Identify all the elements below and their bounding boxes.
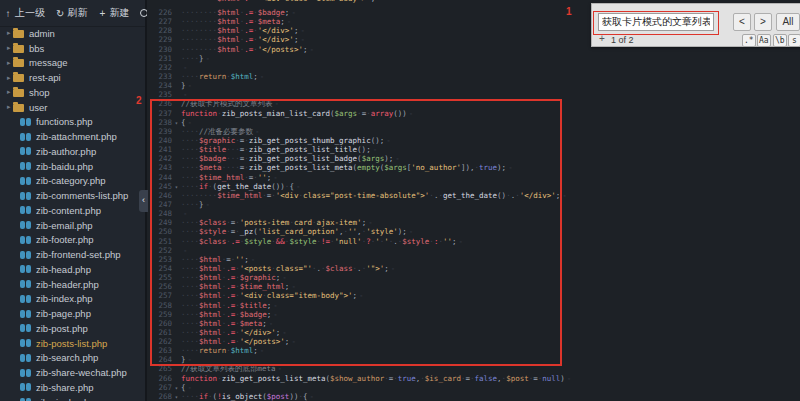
code-line-text: ····if·(!is_object($post))·{-	[181, 392, 800, 401]
code-line[interactable]: 242····$badge···=·zib_get_posts_list_bad…	[147, 154, 800, 163]
line-number: 243	[147, 163, 172, 172]
file-item-zib-footer.php[interactable]: zib-footer.php	[0, 233, 143, 248]
search-option-b[interactable]: \b	[773, 34, 787, 47]
fold-arrow-icon[interactable]: ▾	[172, 118, 181, 127]
search-expand-toggle[interactable]: +	[599, 33, 605, 44]
code-line[interactable]: 240····$graphic·=·zib_get_posts_thumb_gr…	[147, 136, 800, 145]
search-option-s[interactable]: s	[788, 34, 800, 47]
code-line[interactable]: 264}-	[147, 355, 800, 364]
code-line[interactable]: 236//获取卡片模式的文章列表-	[147, 99, 800, 108]
file-item-zib-category.php[interactable]: zib-category.php	[0, 174, 143, 189]
code-line[interactable]: 245▾····if·(get_the_date())·{-	[147, 182, 800, 191]
folder-item-rest-api[interactable]: ▸rest-api	[0, 70, 143, 85]
code-line[interactable]: 253····$html·=·'';-	[147, 255, 800, 264]
file-item-zib-comments-list.php[interactable]: zib-comments-list.php	[0, 188, 143, 203]
file-item-zib-page.php[interactable]: zib-page.php	[0, 306, 143, 321]
folder-item-bbs[interactable]: ▸bbs	[0, 41, 143, 56]
code-line[interactable]: 252-	[147, 246, 800, 255]
file-item-zib-header.php[interactable]: zib-header.php	[0, 277, 143, 292]
code-line-text: ····$class·=·'posts-item·card·ajax-item'…	[181, 218, 800, 227]
code-line[interactable]: 261····$html·.=·'</div>';-	[147, 328, 800, 337]
code-line[interactable]: 260····$html·.=·$meta;-	[147, 319, 800, 328]
file-item-zib-share.php[interactable]: zib-share.php	[0, 380, 143, 395]
search-next-button[interactable]: >	[754, 13, 772, 31]
fold-arrow-icon	[172, 264, 181, 273]
fold-arrow-icon	[172, 227, 181, 236]
search-option-Aa[interactable]: Aa	[757, 34, 771, 47]
code-line[interactable]: 244····$time_html·=·'';-	[147, 173, 800, 182]
file-item-zib-single.php[interactable]: zib-single.php	[0, 395, 143, 401]
file-item-zib-search.php[interactable]: zib-search.php	[0, 351, 143, 366]
file-item-zib-attachment.php[interactable]: zib-attachment.php	[0, 129, 143, 144]
code-line-text: ····return·$html;-	[181, 72, 800, 81]
code-lines: 226········$html·.=·$badge;-227········$…	[147, 8, 800, 401]
fold-arrow-icon	[172, 63, 181, 72]
code-line[interactable]: 254····$html·.=·'<posts·class="'·.·$clas…	[147, 264, 800, 273]
file-item-zib-head.php[interactable]: zib-head.php	[0, 262, 143, 277]
code-line[interactable]: 233····return·$html;-	[147, 72, 800, 81]
code-line[interactable]: 237function·zib_posts_mian_list_card($ar…	[147, 109, 800, 118]
fold-arrow-icon[interactable]: ▾	[172, 383, 181, 392]
line-number: 245	[147, 182, 172, 191]
code-line-text: ····}-	[181, 200, 800, 209]
code-line[interactable]: 255····$html·.=·$graphic;-	[147, 273, 800, 282]
toolbar-item-2[interactable]: +新建	[98, 6, 129, 20]
toolbar-item-1[interactable]: ↻刷新	[56, 6, 87, 20]
code-line[interactable]: 262····$html·.=·'</posts>';-	[147, 337, 800, 346]
code-line[interactable]: 243····$meta····=·zib_get_posts_list_met…	[147, 163, 800, 172]
code-line[interactable]: 257····$html·.=·'<div·class="item-body">…	[147, 291, 800, 300]
file-item-zib-post.php[interactable]: zib-post.php	[0, 321, 143, 336]
sidebar-collapse-handle[interactable]: ‹	[139, 190, 148, 212]
code-line[interactable]: 247····}-	[147, 200, 800, 209]
line-number: 258	[147, 301, 172, 310]
file-item-zib-share-wechat.php[interactable]: zib-share-wechat.php	[0, 365, 143, 380]
fold-arrow-icon[interactable]: ▾	[172, 182, 181, 191]
folder-item-message[interactable]: ▸message	[0, 56, 143, 71]
folder-item-shop[interactable]: ▸shop	[0, 85, 143, 100]
folder-item-admin[interactable]: ▸admin	[0, 26, 143, 41]
search-all-button[interactable]: All	[776, 13, 800, 31]
code-line[interactable]: 239····//准备必要参数-	[147, 127, 800, 136]
search-input[interactable]	[598, 13, 714, 31]
code-line[interactable]: 263····return·$html;-	[147, 346, 800, 355]
code-line[interactable]: 232-	[147, 63, 800, 72]
code-line[interactable]: 234}-	[147, 81, 800, 90]
file-item-functions.php[interactable]: functions.php	[0, 115, 143, 130]
file-item-zib-content.php[interactable]: zib-content.php	[0, 203, 143, 218]
code-line[interactable]: 235-	[147, 90, 800, 99]
file-item-zib-author.php[interactable]: zib-author.php	[0, 144, 143, 159]
code-line-text: ····$html·.=·'<posts·class="'·.·$class·.…	[181, 264, 800, 273]
code-line-text: ····$graphic·=·zib_get_posts_thumb_graph…	[181, 136, 800, 145]
search-widget: < > All × + 1 of 2 .*Aa\bs	[591, 3, 800, 47]
line-number: 237	[147, 109, 172, 118]
file-item-zib-posts-list.php[interactable]: zib-posts-list.php	[0, 336, 143, 351]
code-line[interactable]: 267▾{-	[147, 383, 800, 392]
code-line[interactable]: 246········$time_html·=·'<div·class="pos…	[147, 191, 800, 200]
code-line[interactable]: 241····$title···=·zib_get_posts_list_tit…	[147, 145, 800, 154]
code-line[interactable]: 268▾····if·(!is_object($post))·{-	[147, 392, 800, 401]
code-line[interactable]: 238▾{-	[147, 118, 800, 127]
code-line[interactable]: 231····}-	[147, 54, 800, 63]
file-item-zib-index.php[interactable]: zib-index.php	[0, 292, 143, 307]
search-option-[interactable]: .*	[742, 34, 756, 47]
fold-arrow-icon[interactable]: ▾	[172, 392, 181, 401]
code-line[interactable]: 259····$html·.=·$badge;-	[147, 310, 800, 319]
code-line[interactable]: 250····$style·=·_pz('list_card_option',·…	[147, 227, 800, 236]
code-line[interactable]: 249····$class·=·'posts-item·card·ajax-it…	[147, 218, 800, 227]
file-item-zib-frontend-set.php[interactable]: zib-frontend-set.php	[0, 247, 143, 262]
toolbar-item-0[interactable]: ↑上一级	[4, 6, 45, 20]
search-prev-button[interactable]: <	[733, 13, 751, 31]
tree-item-label: zib-author.php	[36, 146, 96, 157]
code-line[interactable]: 248-	[147, 209, 800, 218]
code-line[interactable]: 251····$class·.=·$style·&&·$style·!=·'nu…	[147, 237, 800, 246]
file-item-zib-baidu.php[interactable]: zib-baidu.php	[0, 159, 143, 174]
folder-item-user[interactable]: ▸user	[0, 100, 143, 115]
fold-arrow-icon	[172, 218, 181, 227]
file-item-zib-email.php[interactable]: zib-email.php	[0, 218, 143, 233]
code-line[interactable]: 258····$html·.=·$title;-	[147, 301, 800, 310]
code-line-text: //获取卡片模式的文章列表-	[181, 99, 800, 108]
code-line[interactable]: 256····$html·.=·$time_html;-	[147, 282, 800, 291]
code-editor[interactable]: ········$html·.=·'<div·class="item-body"…	[147, 0, 800, 401]
code-line[interactable]: 266function·zib_get_posts_list_meta($sho…	[147, 374, 800, 383]
code-line[interactable]: 265//获取文章列表的底部meta-	[147, 364, 800, 373]
